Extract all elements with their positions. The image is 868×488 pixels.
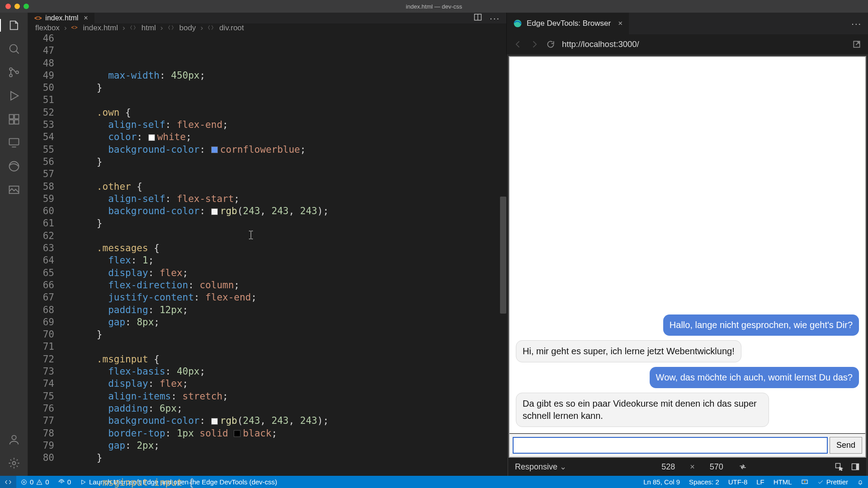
rotate-icon[interactable] (738, 462, 747, 471)
nav-back-icon[interactable] (513, 39, 523, 49)
rendered-page[interactable]: Hallo, lange nicht gesprochen, wie geht'… (509, 56, 866, 458)
chat-input-row: Send (509, 433, 865, 457)
chat-text-input[interactable] (513, 437, 828, 454)
line-number-gutter: 4647484950515253545556575859606162636465… (28, 33, 62, 488)
color-swatch-icon[interactable] (148, 134, 155, 141)
minimize-window-button[interactable] (14, 4, 20, 9)
image-preview-icon[interactable] (8, 183, 20, 196)
window-title: index.html — dev-css (406, 3, 462, 10)
language-mode[interactable]: HTML (769, 476, 797, 488)
macos-titlebar: index.html — dev-css (0, 0, 868, 13)
url-bar[interactable]: http://localhost:3000/ (562, 39, 845, 49)
explorer-icon[interactable] (8, 19, 21, 32)
editor-actions: ··· (467, 13, 506, 23)
svg-point-22 (804, 481, 806, 483)
browser-toolbar: http://localhost:3000/ (507, 34, 868, 54)
color-swatch-icon[interactable] (211, 146, 218, 153)
svg-point-0 (9, 45, 17, 52)
notifications-icon[interactable] (853, 476, 868, 488)
dimension-separator: × (690, 462, 695, 472)
activity-bar (0, 13, 28, 476)
preview-viewport: Hallo, lange nicht gesprochen, wie geht'… (507, 54, 868, 476)
viewport-height-input[interactable] (702, 462, 731, 472)
tab-close-icon[interactable]: × (84, 14, 88, 22)
prettier-status[interactable]: Prettier (813, 476, 853, 488)
split-editor-icon[interactable] (473, 13, 482, 23)
indentation-status[interactable]: Spaces: 2 (684, 476, 724, 488)
eol-status[interactable]: LF (752, 476, 769, 488)
code-content[interactable]: max-width: 450px; } .own { align-self: f… (62, 33, 506, 488)
open-external-icon[interactable] (852, 39, 862, 49)
color-swatch-icon[interactable] (211, 418, 218, 425)
svg-rect-18 (856, 464, 859, 469)
edge-browser-icon (513, 19, 522, 28)
breadcrumb-divroot[interactable]: div.root (219, 23, 244, 33)
viewport-width-input[interactable] (654, 462, 683, 472)
element-selector-icon[interactable] (835, 462, 844, 471)
chat-bubble-own: Wow, das möchte ich auch, womit lernst D… (650, 367, 859, 388)
chat-bubble-own: Hallo, lange nicht gesprochen, wie geht'… (663, 314, 859, 336)
svg-rect-4 (9, 115, 13, 119)
svg-point-11 (12, 436, 16, 440)
breadcrumb-html[interactable]: html (142, 23, 156, 33)
remote-indicator[interactable] (0, 476, 16, 488)
maximize-window-button[interactable] (24, 4, 29, 9)
color-swatch-icon[interactable] (234, 430, 241, 437)
breadcrumb-body[interactable]: body (179, 23, 196, 33)
svg-rect-7 (14, 120, 19, 124)
color-swatch-icon[interactable] (211, 208, 218, 215)
nav-forward-icon[interactable] (529, 39, 539, 49)
devtools-tab-bar: Edge DevTools: Browser × ··· (507, 13, 868, 34)
editor-tab-bar: <> index.html × ··· (28, 13, 506, 23)
svg-rect-8 (9, 139, 19, 145)
more-actions-icon[interactable]: ··· (845, 13, 868, 34)
devtools-column: Edge DevTools: Browser × ··· http://loca… (506, 13, 868, 476)
svg-rect-6 (9, 120, 13, 124)
devtools-tab-label: Edge DevTools: Browser (527, 19, 611, 28)
accounts-icon[interactable] (8, 433, 20, 446)
svg-rect-5 (14, 115, 19, 119)
device-mode-select[interactable]: Responsive ⌄ (515, 462, 566, 472)
workbench: <> index.html × ··· flexbox › <> index.h… (0, 13, 868, 476)
extensions-icon[interactable] (8, 113, 20, 126)
symbol-icon (168, 24, 175, 32)
close-window-button[interactable] (5, 4, 11, 9)
html-file-icon: <> (34, 14, 42, 22)
symbol-icon (130, 24, 137, 32)
svg-point-2 (9, 74, 12, 77)
svg-point-3 (16, 71, 19, 74)
run-debug-icon[interactable] (8, 89, 20, 102)
dock-side-icon[interactable] (851, 462, 860, 471)
settings-gear-icon[interactable] (8, 457, 20, 469)
chat-bubble-other: Hi, mir geht es super, ich lerne jetzt W… (516, 340, 741, 362)
html-file-icon: <> (71, 24, 79, 32)
chevron-right-icon: › (64, 23, 67, 33)
svg-point-12 (12, 462, 15, 465)
breadcrumb-folder[interactable]: flexbox (35, 23, 60, 33)
tab-close-icon[interactable]: × (618, 19, 623, 28)
editor-column: <> index.html × ··· flexbox › <> index.h… (28, 13, 506, 476)
breadcrumb-file[interactable]: index.html (83, 23, 118, 33)
svg-point-9 (9, 162, 19, 171)
chevron-right-icon: › (160, 23, 163, 33)
tab-edge-devtools[interactable]: Edge DevTools: Browser × (507, 13, 629, 34)
code-editor[interactable]: 4647484950515253545556575859606162636465… (28, 33, 506, 488)
device-emulation-bar: Responsive ⌄ × (509, 458, 866, 476)
cursor-position[interactable]: Ln 85, Col 9 (639, 476, 684, 488)
screencast-indicator[interactable] (797, 476, 813, 488)
more-actions-icon[interactable]: ··· (490, 13, 500, 23)
edge-tools-icon[interactable] (8, 160, 20, 173)
reload-icon[interactable] (546, 39, 556, 49)
search-icon[interactable] (8, 42, 20, 55)
chevron-right-icon: › (123, 23, 125, 33)
source-control-icon[interactable] (8, 66, 20, 79)
remote-explorer-icon[interactable] (8, 136, 20, 149)
tab-index-html[interactable]: <> index.html × (28, 13, 94, 23)
breadcrumbs[interactable]: flexbox › <> index.html › html › body › … (28, 23, 506, 33)
chevron-down-icon: ⌄ (560, 462, 566, 471)
editor-scrollbar[interactable] (500, 33, 506, 488)
encoding-status[interactable]: UTF-8 (724, 476, 752, 488)
tab-label: index.html (45, 14, 78, 22)
send-button[interactable]: Send (830, 437, 862, 454)
chat-messages: Hallo, lange nicht gesprochen, wie geht'… (509, 57, 865, 433)
